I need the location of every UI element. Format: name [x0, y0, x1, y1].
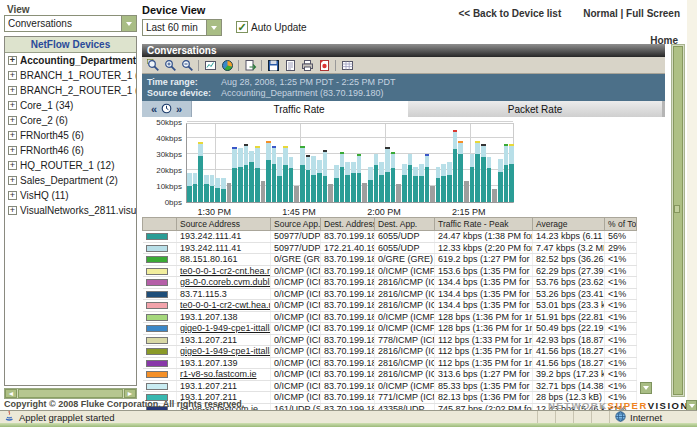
expand-plus-icon[interactable]: +	[8, 131, 17, 140]
export-icon[interactable]	[242, 58, 258, 73]
chart-bar-segment	[470, 154, 475, 167]
chevron-down-icon[interactable]	[206, 20, 221, 35]
prev-interval-button[interactable]: «	[151, 104, 157, 115]
source-address-link[interactable]: r1-v8-so.fastcom.ie	[180, 369, 257, 379]
back-to-device-list-link[interactable]: << Back to Device list	[458, 8, 561, 19]
zoom-region-icon[interactable]	[145, 58, 161, 73]
normal-view-link[interactable]: Normal	[583, 8, 617, 19]
device-tree-item[interactable]: +Sales_Department (2)	[5, 173, 136, 188]
dest-app-cell: 2816/ICMP (ICMP)	[375, 357, 435, 369]
expand-plus-icon[interactable]: +	[8, 176, 17, 185]
panel-toolbar	[142, 57, 665, 74]
source-app-cell: 0/ICMP (ICMP)	[271, 300, 321, 312]
device-tree-item[interactable]: +BRANCH_2_ROUTER_1 (10)	[5, 83, 136, 98]
scrollbar-handle[interactable]	[18, 389, 123, 398]
next-interval-button[interactable]: »	[176, 104, 182, 115]
device-label: FRNorth46 (6)	[20, 143, 84, 158]
source-address-link[interactable]: gige0-1-949-cpe1-ittallaght.hea.net	[180, 323, 271, 333]
conversation-row[interactable]: 193.1.207.2110/ICMP (ICMP)83.70.199.1800…	[143, 380, 637, 392]
expand-plus-icon[interactable]: +	[8, 101, 17, 110]
scrollbar-grip[interactable]	[674, 205, 680, 213]
time-window-dropdown[interactable]: Last 60 min	[142, 19, 222, 36]
source-address-cell: te0-0-0-1-cr2-cwt.hea.net	[177, 300, 271, 312]
save-icon[interactable]	[265, 58, 281, 73]
conversation-row[interactable]: gige0-1-949-cpe1-ittallaght.hea.net0/ICM…	[143, 346, 637, 358]
table-scroll-down-button[interactable]	[640, 382, 652, 394]
expand-plus-icon[interactable]: +	[8, 116, 17, 125]
chart-bar-segment	[481, 146, 486, 157]
zoom-in-icon[interactable]	[162, 58, 178, 73]
report-icon[interactable]	[282, 58, 298, 73]
print-icon[interactable]	[299, 58, 315, 73]
chart-bar-tip	[504, 144, 509, 146]
expand-plus-icon[interactable]: +	[8, 206, 17, 215]
expand-plus-icon[interactable]: +	[8, 191, 17, 200]
conversation-row[interactable]: 193.1.207.1380/ICMP (ICMP)83.70.199.1800…	[143, 311, 637, 323]
column-header[interactable]: % of Total	[605, 218, 637, 231]
vertical-scrollbar[interactable]	[671, 44, 685, 397]
column-header[interactable]: Source App.	[271, 218, 321, 231]
full-screen-link[interactable]: Full Screen	[626, 8, 680, 19]
chart-bar-segment	[334, 165, 339, 178]
scroll-left-arrow[interactable]: ◄	[5, 389, 17, 398]
scrollbar-handle[interactable]	[673, 46, 683, 395]
column-header[interactable]: Dest. Address	[321, 218, 375, 231]
scroll-right-arrow[interactable]: ►	[124, 389, 136, 398]
device-tree-item[interactable]: +Core_1 (34)	[5, 98, 136, 113]
expand-plus-icon[interactable]: +	[8, 86, 17, 95]
globe-view-icon[interactable]	[219, 58, 235, 73]
expand-plus-icon[interactable]: +	[8, 146, 17, 155]
conversation-row[interactable]: 193.1.207.2110/ICMP (ICMP)83.70.199.1807…	[143, 334, 637, 346]
pdf-icon[interactable]	[316, 58, 332, 73]
source-address-link[interactable]: te0-0-0-1-cr2-cnt.hea.net	[180, 266, 271, 276]
device-tree-item[interactable]: +Core_2 (6)	[5, 113, 136, 128]
source-address-link[interactable]: g8-0-0.coreb.cvm.dublin.eircom.net	[180, 277, 271, 287]
zoom-out-icon[interactable]	[179, 58, 195, 73]
tab-packet-rate[interactable]: Packet Rate	[406, 101, 665, 117]
clock-icon[interactable]	[161, 103, 172, 116]
status-message: Applet grapplet started	[19, 412, 115, 423]
chart-bar-tip	[244, 144, 249, 146]
device-tree-item[interactable]: +VisHQ (11)	[5, 188, 136, 203]
view-dropdown[interactable]: Conversations	[4, 15, 137, 32]
device-tree-item[interactable]: +FRNorth46 (6)	[5, 143, 136, 158]
chart-bar-segment	[436, 167, 441, 178]
device-tree-item[interactable]: +BRANCH_1_ROUTER_1 (10)	[5, 68, 136, 83]
conversation-row[interactable]: 83.71.115.30/ICMP (ICMP)83.70.199.180281…	[143, 288, 637, 300]
expand-plus-icon[interactable]: +	[8, 161, 17, 170]
conversation-row[interactable]: gige0-1-949-cpe1-ittallaght.hea.net0/ICM…	[143, 323, 637, 335]
chart-view-icon[interactable]	[202, 58, 218, 73]
column-header[interactable]: Dest. App.	[375, 218, 435, 231]
device-tree-item[interactable]: +VisualNetworks_2811.visualnetw	[5, 203, 136, 218]
auto-update-checkbox[interactable]: ✓	[236, 21, 248, 33]
sidebar-horizontal-scrollbar[interactable]: ◄ ►	[4, 388, 137, 399]
conversation-row[interactable]: te0-0-0-1-cr2-cnt.hea.net0/ICMP (ICMP)83…	[143, 265, 637, 277]
conversation-row[interactable]: r1-v8-so.fastcom.ie0/ICMP (ICMP)83.70.19…	[143, 369, 637, 381]
table-view-icon[interactable]	[339, 58, 355, 73]
source-address-link[interactable]: te0-0-0-1-cr2-cwt.hea.net	[180, 300, 271, 310]
device-tree-item[interactable]: +FRNorth45 (6)	[5, 128, 136, 143]
source-address-link[interactable]: gige0-1-949-cpe1-ittallaght.hea.net	[180, 346, 271, 356]
taskbar-strip	[0, 423, 697, 427]
expand-plus-icon[interactable]: +	[8, 56, 17, 65]
conversation-row[interactable]: 193.1.207.1390/ICMP (ICMP)83.70.199.1802…	[143, 357, 637, 369]
chart-bar-segment	[470, 167, 475, 202]
expand-plus-icon[interactable]: +	[8, 71, 17, 80]
tab-traffic-rate[interactable]: Traffic Rate	[192, 101, 406, 117]
device-tree-item[interactable]: +HQ_ROUTER_1 (12)	[5, 158, 136, 173]
chart-bar-segment	[509, 164, 514, 202]
column-header[interactable]: Source Address	[177, 218, 271, 231]
conversation-row[interactable]: te0-0-0-1-cr2-cwt.hea.net0/ICMP (ICMP)83…	[143, 300, 637, 312]
chart-bar-segment	[255, 168, 260, 202]
conversation-row[interactable]: 88.151.80.1610/GRE (GRE)83.70.199.1800/G…	[143, 254, 637, 266]
device-tree-item[interactable]: +Accounting_Department (4)	[5, 53, 136, 68]
column-header[interactable]: Traffic Rate - Peak	[435, 218, 533, 231]
column-header[interactable]	[143, 218, 177, 231]
series-color-swatch	[146, 348, 168, 355]
chevron-down-icon[interactable]	[121, 16, 136, 31]
column-header[interactable]: Average	[533, 218, 605, 231]
conversation-row[interactable]: g8-0-0.coreb.cvm.dublin.eircom.net0/ICMP…	[143, 277, 637, 289]
chart-bar-segment	[475, 154, 480, 202]
conversation-row[interactable]: 193.242.111.4150977/UDP172.21.40.1996055…	[143, 242, 637, 254]
conversation-row[interactable]: 193.242.111.4150977/UDP83.70.199.1806055…	[143, 231, 637, 243]
